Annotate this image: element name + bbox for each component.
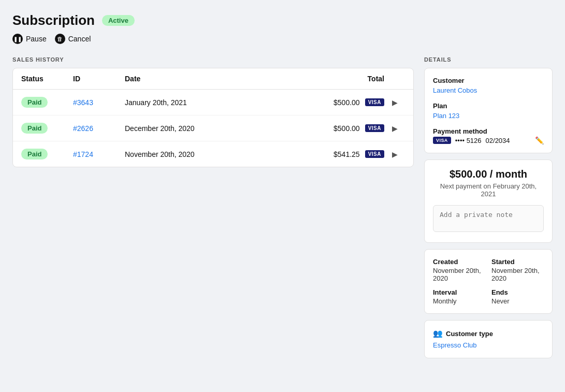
row-chevron-button[interactable]: ▶: [384, 150, 405, 158]
col-date: Date: [125, 75, 301, 83]
row-chevron-button[interactable]: ▶: [384, 124, 405, 133]
status-badge: Active: [102, 15, 135, 26]
page-title: Subscription: [12, 12, 95, 28]
visa-badge: VISA: [365, 98, 384, 106]
card-dots: •••• 5126: [455, 137, 482, 144]
order-total-row: $500.00 VISA: [301, 98, 384, 107]
edit-payment-icon[interactable]: ✏️: [535, 136, 544, 144]
next-payment-text: Next payment on February 20th, 2021: [433, 182, 544, 198]
customer-type-link[interactable]: Espresso Club: [433, 341, 477, 349]
sales-history-label: SALES HISTORY: [12, 56, 414, 63]
order-total-row: $541.25 VISA: [301, 150, 384, 158]
order-date: January 20th, 2021: [125, 98, 301, 107]
ends-section: Ends Never: [491, 288, 544, 305]
order-date: December 20th, 2020: [125, 124, 301, 133]
left-panel: SALES HISTORY Status ID Date Total Paid …: [12, 56, 414, 167]
dates-grid: Created November 20th, 2020 Started Nove…: [433, 258, 544, 305]
customer-link[interactable]: Laurent Cobos: [433, 86, 477, 94]
table-row: Paid #3643 January 20th, 2021 $500.00 VI…: [13, 90, 413, 115]
customer-type-label: Customer type: [446, 330, 493, 338]
plan-label: Plan: [433, 102, 544, 110]
pricing-card: $500.00 / month Next payment on February…: [424, 159, 553, 243]
customer-section: Customer Laurent Cobos: [433, 77, 544, 95]
row-chevron-button[interactable]: ▶: [384, 98, 405, 107]
private-note-input[interactable]: [433, 205, 544, 232]
customer-type-card: 👥 Customer type Espresso Club: [424, 320, 553, 358]
started-label: Started: [491, 258, 544, 266]
details-card: Customer Laurent Cobos Plan Plan 123 Pay…: [424, 68, 553, 153]
order-amount: $541.25: [334, 150, 360, 158]
status-badge-paid: Paid: [21, 149, 48, 159]
ends-value: Never: [491, 297, 544, 305]
created-section: Created November 20th, 2020: [433, 258, 485, 282]
col-id: ID: [73, 75, 125, 83]
col-total: Total: [301, 75, 384, 83]
order-amount: $500.00: [334, 124, 360, 133]
started-section: Started November 20th, 2020: [491, 258, 544, 282]
action-buttons: ❚❚ Pause 🗑 Cancel: [12, 34, 553, 44]
table-header: Status ID Date Total: [13, 68, 413, 90]
order-total-row: $500.00 VISA: [301, 124, 384, 133]
dates-card: Created November 20th, 2020 Started Nove…: [424, 249, 553, 314]
trash-icon: 🗑: [55, 34, 65, 44]
created-label: Created: [433, 258, 485, 266]
visa-badge: VISA: [365, 124, 384, 132]
payment-method-label: Payment method: [433, 127, 544, 135]
page-header: Subscription Active: [12, 12, 553, 28]
plan-link[interactable]: Plan 123: [433, 112, 459, 120]
payment-visa-badge: VISA: [433, 137, 451, 144]
price-amount: $500.00 / month: [433, 168, 544, 180]
order-id-link[interactable]: #2626: [73, 124, 125, 133]
cancel-button[interactable]: 🗑 Cancel: [55, 34, 91, 44]
cancel-label: Cancel: [68, 35, 91, 43]
created-value: November 20th, 2020: [433, 267, 485, 282]
customer-type-header: 👥 Customer type: [433, 329, 544, 338]
sales-history-table: Status ID Date Total Paid #3643 January …: [12, 68, 414, 167]
started-value: November 20th, 2020: [491, 267, 544, 282]
details-label: DETAILS: [424, 56, 553, 63]
visa-badge: VISA: [365, 150, 384, 158]
status-badge-paid: Paid: [21, 123, 48, 134]
table-row: Paid #2626 December 20th, 2020 $500.00 V…: [13, 115, 413, 141]
order-amount: $500.00: [334, 98, 360, 107]
status-badge-paid: Paid: [21, 97, 48, 108]
main-layout: SALES HISTORY Status ID Date Total Paid …: [12, 56, 553, 358]
interval-value: Monthly: [433, 297, 485, 305]
card-expiry: 02/2034: [486, 137, 510, 144]
order-id-link[interactable]: #1724: [73, 150, 125, 158]
table-row: Paid #1724 November 20th, 2020 $541.25 V…: [13, 141, 413, 167]
plan-section: Plan Plan 123: [433, 102, 544, 120]
col-status: Status: [21, 75, 73, 83]
pause-icon: ❚❚: [12, 34, 23, 44]
pause-button[interactable]: ❚❚ Pause: [12, 34, 47, 44]
ends-label: Ends: [491, 288, 544, 296]
interval-section: Interval Monthly: [433, 288, 485, 305]
order-date: November 20th, 2020: [125, 150, 301, 158]
customer-type-icon: 👥: [433, 329, 443, 338]
interval-label: Interval: [433, 288, 485, 296]
payment-method-section: Payment method VISA •••• 5126 02/2034 ✏️: [433, 127, 544, 144]
right-panel: DETAILS Customer Laurent Cobos Plan Plan…: [424, 56, 553, 358]
pause-label: Pause: [26, 35, 47, 43]
payment-method-row: VISA •••• 5126 02/2034 ✏️: [433, 136, 544, 144]
customer-label: Customer: [433, 77, 544, 84]
order-id-link[interactable]: #3643: [73, 98, 125, 107]
